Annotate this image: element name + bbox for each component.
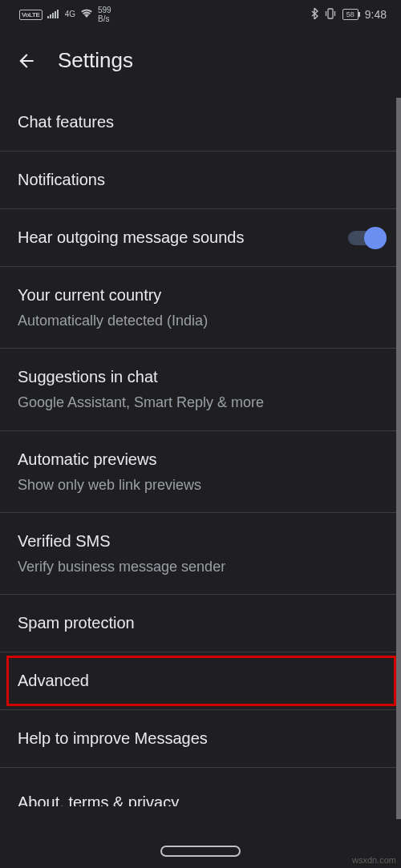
- item-subtitle: Automatically detected (India): [18, 311, 383, 330]
- item-title: About, terms & privacy: [18, 792, 383, 806]
- clock: 9:48: [365, 8, 387, 21]
- settings-list: Chat features Notifications Hear outgoin…: [0, 94, 401, 806]
- item-title: Chat features: [18, 111, 383, 133]
- scrollbar[interactable]: [396, 98, 401, 819]
- item-title: Verified SMS: [18, 531, 383, 552]
- app-header: Settings: [0, 29, 401, 94]
- watermark: wsxdn.com: [352, 855, 396, 865]
- status-bar: VoLTE 4G 599 B/s 58 9:48: [0, 0, 401, 29]
- svg-rect-2: [52, 13, 54, 18]
- item-title: Automatic previews: [18, 449, 383, 470]
- svg-rect-0: [47, 16, 49, 18]
- item-automatic-previews[interactable]: Automatic previews Show only web link pr…: [0, 431, 401, 513]
- item-title: Hear outgoing message sounds: [18, 227, 244, 248]
- page-title: Settings: [58, 48, 133, 73]
- arrow-back-icon: [16, 50, 37, 71]
- item-suggestions-in-chat[interactable]: Suggestions in chat Google Assistant, Sm…: [0, 349, 401, 430]
- item-hear-outgoing-sounds[interactable]: Hear outgoing message sounds: [0, 209, 401, 267]
- item-title: Help to improve Messages: [18, 728, 383, 749]
- item-title: Suggestions in chat: [18, 366, 383, 388]
- status-left: VoLTE 4G 599 B/s: [19, 6, 111, 23]
- item-title: Spam protection: [18, 612, 383, 634]
- item-verified-sms[interactable]: Verified SMS Verify business message sen…: [0, 513, 401, 595]
- item-about-terms-privacy[interactable]: About, terms & privacy: [0, 768, 401, 806]
- net-speed: 599 B/s: [98, 6, 111, 23]
- item-current-country[interactable]: Your current country Automatically detec…: [0, 267, 401, 349]
- gesture-bar[interactable]: [160, 846, 241, 857]
- item-title: Notifications: [18, 169, 383, 191]
- status-right: 58 9:48: [310, 8, 387, 22]
- item-spam-protection[interactable]: Spam protection: [0, 595, 401, 652]
- volte-badge: VoLTE: [19, 10, 43, 20]
- item-subtitle: Google Assistant, Smart Reply & more: [18, 393, 383, 412]
- vibrate-icon: [325, 8, 336, 22]
- toggle-switch[interactable]: [348, 231, 383, 245]
- svg-rect-4: [57, 10, 59, 18]
- item-help-improve[interactable]: Help to improve Messages: [0, 710, 401, 768]
- item-advanced[interactable]: Advanced: [0, 652, 401, 710]
- item-title: Your current country: [18, 285, 383, 306]
- back-button[interactable]: [16, 50, 37, 71]
- item-subtitle: Verify business message sender: [18, 557, 383, 576]
- signal-bars-icon: [47, 9, 60, 21]
- svg-rect-5: [328, 9, 333, 18]
- item-notifications[interactable]: Notifications: [0, 151, 401, 209]
- item-subtitle: Show only web link previews: [18, 475, 383, 495]
- wifi-icon: [80, 9, 93, 21]
- battery-indicator: 58: [342, 9, 358, 20]
- network-gen: 4G: [65, 10, 75, 18]
- item-chat-features[interactable]: Chat features: [0, 94, 401, 151]
- svg-rect-3: [55, 11, 56, 18]
- item-title: Advanced: [18, 670, 383, 692]
- bluetooth-icon: [310, 8, 318, 22]
- svg-rect-1: [50, 14, 51, 18]
